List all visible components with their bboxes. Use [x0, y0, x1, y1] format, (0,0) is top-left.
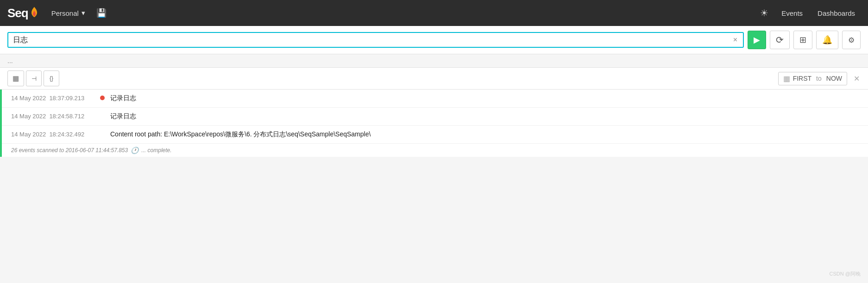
- date-range-selector[interactable]: ▦ FIRST to NOW: [778, 72, 847, 85]
- search-input-wrap: ×: [7, 32, 744, 48]
- alert-icon: 🔔: [822, 35, 832, 45]
- footer-attribution: CSDN @阿晚: [830, 270, 861, 277]
- date-to-value: NOW: [826, 75, 842, 82]
- log-message: 记录日志: [110, 112, 859, 121]
- settings-icon: ⚙: [848, 36, 855, 45]
- save-icon: 💾: [96, 8, 107, 18]
- search-clear-button[interactable]: ×: [732, 36, 738, 44]
- filter-button[interactable]: ⊣: [26, 71, 42, 86]
- log-timestamp: 14 May 2022 18:24:32.492: [11, 131, 94, 138]
- calendar-icon: ▦: [783, 74, 790, 83]
- history-icon: 🕐: [131, 147, 138, 154]
- theme-toggle-icon: ☀: [760, 7, 768, 19]
- status-text: 26 events scanned to 2016-06-07 11:44:57…: [11, 147, 128, 154]
- log-timestamp: 14 May 2022 18:37:09.213: [11, 95, 94, 102]
- columns-icon: ⊞: [799, 35, 806, 45]
- log-entry[interactable]: 14 May 2022 18:37:09.213 记录日志: [0, 90, 868, 108]
- run-icon: ▶: [754, 35, 760, 45]
- log-message: 记录日志: [110, 94, 859, 103]
- log-message: Content root path: E:\WorkSpace\repos\微服…: [110, 130, 859, 139]
- log-level-indicator: [100, 114, 105, 118]
- status-bar: 26 events scanned to 2016-06-07 11:44:57…: [0, 144, 868, 157]
- events-nav-link[interactable]: Events: [776, 7, 808, 19]
- app-logo: Seq: [7, 6, 28, 20]
- columns-button[interactable]: ⊞: [793, 31, 812, 49]
- date-from-value: FIRST: [793, 75, 811, 82]
- log-level-indicator: [100, 96, 105, 100]
- workspace-selector[interactable]: Personal ▾: [48, 7, 89, 19]
- clear-date-button[interactable]: ✕: [853, 74, 861, 83]
- secondary-toolbar: ▦ ⊣ {} ▦ FIRST to NOW ✕: [0, 68, 868, 90]
- workspace-label: Personal: [51, 9, 79, 17]
- results-area: 14 May 2022 18:37:09.213 记录日志 14 May 202…: [0, 90, 868, 157]
- settings-button[interactable]: ⚙: [842, 31, 861, 49]
- logo-flame-icon: [30, 7, 38, 17]
- tail-icon: ⟳: [776, 34, 784, 45]
- run-query-button[interactable]: ▶: [748, 31, 766, 49]
- log-level-indicator: [100, 132, 105, 136]
- tail-button[interactable]: ⟳: [770, 31, 790, 49]
- filter-bar: ...: [0, 54, 868, 68]
- log-entry[interactable]: 14 May 2022 18:24:58.712 记录日志: [0, 108, 868, 126]
- chart-view-button[interactable]: ▦: [7, 71, 24, 86]
- save-button[interactable]: 💾: [93, 6, 110, 20]
- json-icon: {}: [50, 75, 53, 82]
- status-suffix: ... complete.: [141, 147, 171, 154]
- log-timestamp: 14 May 2022 18:24:58.712: [11, 113, 94, 120]
- alert-button[interactable]: 🔔: [816, 31, 838, 49]
- search-input[interactable]: [13, 36, 730, 44]
- filter-hint-text: ...: [7, 57, 13, 64]
- search-bar-area: × ▶ ⟳ ⊞ 🔔 ⚙: [0, 26, 868, 54]
- logo-area: Seq: [7, 6, 38, 20]
- chart-icon: ▦: [13, 74, 19, 83]
- filter-icon: ⊣: [31, 75, 37, 82]
- top-navigation: Seq Personal ▾ 💾 ☀ Events Dashboards: [0, 0, 868, 26]
- log-entry[interactable]: 14 May 2022 18:24:32.492 Content root pa…: [0, 126, 868, 144]
- workspace-dropdown-icon: ▾: [82, 9, 85, 17]
- json-view-button[interactable]: {}: [44, 71, 59, 86]
- dashboards-nav-link[interactable]: Dashboards: [812, 7, 861, 19]
- date-range-to-label: to: [816, 75, 822, 82]
